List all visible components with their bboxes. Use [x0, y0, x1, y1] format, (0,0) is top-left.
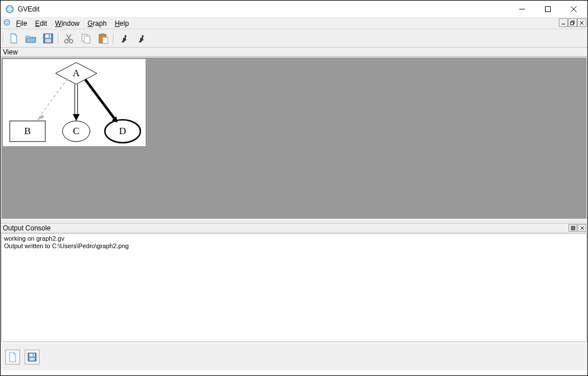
svg-point-0: [6, 6, 13, 13]
svg-marker-33: [37, 115, 44, 120]
status-bar: [1, 343, 587, 370]
copy-button[interactable]: [78, 31, 94, 46]
console-close-button[interactable]: [578, 224, 586, 232]
svg-line-32: [40, 79, 68, 116]
output-console[interactable]: working on graph2.gv Output written to C…: [1, 233, 587, 342]
svg-rect-46: [33, 354, 34, 356]
new-file-button[interactable]: [6, 31, 22, 46]
mdi-close-button[interactable]: [577, 18, 586, 27]
svg-rect-44: [30, 354, 35, 357]
toolbar: [1, 29, 587, 48]
save-button[interactable]: [40, 31, 56, 46]
console-line: Output written to C:\Users\Pedro\graph2.…: [4, 242, 129, 249]
svg-rect-3: [545, 6, 550, 11]
menu-window[interactable]: Window: [51, 19, 84, 28]
open-folder-button[interactable]: [23, 31, 39, 46]
run-layout-button[interactable]: [116, 31, 132, 46]
node-C: C: [73, 126, 79, 136]
svg-rect-15: [45, 39, 51, 42]
svg-rect-10: [571, 22, 574, 25]
mdi-window-controls: [559, 18, 586, 27]
app-icon: [5, 5, 14, 14]
toolbar-separator: [57, 31, 60, 46]
status-save-button[interactable]: [25, 350, 40, 365]
view-panel-header: View: [1, 48, 587, 57]
svg-rect-14: [45, 34, 51, 38]
svg-point-18: [69, 40, 73, 43]
menu-graph[interactable]: Graph: [84, 19, 111, 28]
mdi-icon: [3, 18, 11, 28]
view-panel[interactable]: A B C D: [1, 57, 587, 219]
toolbar-separator: [112, 31, 115, 46]
mdi-minimize-button[interactable]: [559, 18, 568, 27]
svg-point-26: [124, 35, 126, 37]
minimize-button[interactable]: [509, 1, 535, 17]
console-line: working on graph2.gv: [4, 235, 64, 242]
toolbar-separator: [2, 31, 5, 46]
svg-line-37: [85, 80, 116, 120]
svg-point-6: [4, 19, 10, 25]
svg-point-17: [65, 40, 68, 43]
close-button[interactable]: [560, 1, 586, 17]
output-console-title: Output Console: [3, 224, 50, 232]
node-D: D: [119, 126, 126, 136]
svg-rect-22: [84, 36, 90, 43]
window-title: GVEdit: [18, 5, 40, 13]
svg-point-7: [4, 21, 10, 23]
svg-point-1: [6, 7, 13, 10]
status-new-button[interactable]: [5, 350, 20, 365]
menu-bar: File Edit Window Graph Help: [1, 18, 587, 29]
mdi-restore-button[interactable]: [568, 18, 577, 27]
node-A: A: [73, 68, 80, 79]
svg-rect-25: [103, 37, 108, 44]
menu-file[interactable]: File: [12, 19, 31, 28]
console-float-button[interactable]: [569, 224, 577, 232]
view-panel-title: View: [3, 48, 18, 56]
svg-rect-45: [30, 358, 35, 361]
svg-rect-40: [572, 227, 574, 229]
output-console-header: Output Console: [1, 223, 587, 233]
node-B: B: [24, 126, 30, 136]
graph-canvas: A B C D: [3, 59, 146, 146]
svg-rect-24: [101, 33, 104, 35]
maximize-button[interactable]: [535, 1, 560, 17]
window-titlebar: GVEdit: [1, 1, 587, 18]
svg-point-27: [142, 35, 143, 37]
menu-help[interactable]: Help: [111, 19, 133, 28]
cut-button[interactable]: [61, 31, 77, 46]
svg-rect-16: [49, 34, 50, 37]
run-button[interactable]: [133, 31, 149, 46]
menu-edit[interactable]: Edit: [31, 19, 51, 28]
svg-marker-36: [73, 114, 80, 121]
paste-button[interactable]: [95, 31, 111, 46]
